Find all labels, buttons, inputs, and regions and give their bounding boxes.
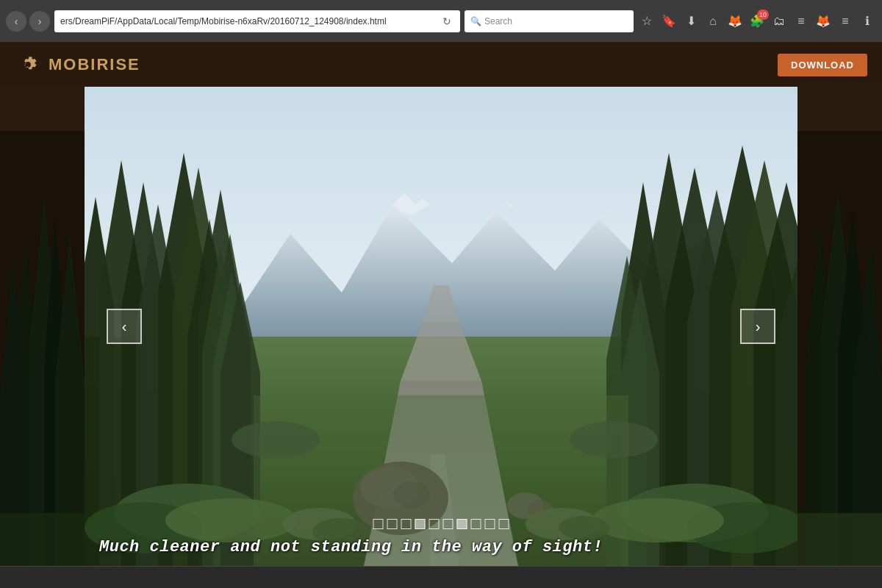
extensions-button[interactable]: 🗂: [770, 12, 788, 30]
info-icon[interactable]: ℹ: [858, 12, 876, 30]
download-button[interactable]: DOWNLOAD: [778, 54, 867, 76]
slider-area: ‹ › Much cleaner and not standing in the…: [85, 87, 797, 566]
sidebar-toggle[interactable]: 🦊: [814, 12, 832, 30]
taskbar: [0, 566, 882, 588]
svg-point-55: [559, 516, 610, 539]
app-header: MOBIRISE DOWNLOAD: [0, 43, 882, 87]
carousel-prev-button[interactable]: ‹: [107, 309, 142, 344]
download-button[interactable]: ⬇: [682, 12, 700, 30]
app-logo: MOBIRISE: [15, 51, 140, 78]
address-bar[interactable]: ers/DreamPiF/AppData/Local/Temp/Mobirise…: [60, 16, 435, 26]
right-panel: [797, 87, 882, 566]
svg-rect-64: [797, 513, 882, 566]
indicator-4[interactable]: [415, 519, 426, 529]
notification-badge: 10: [757, 10, 769, 20]
carousel-next-button[interactable]: ›: [740, 309, 775, 344]
right-side-trees: [797, 87, 882, 566]
indicator-9[interactable]: [485, 519, 495, 529]
address-bar-container[interactable]: ers/DreamPiF/AppData/Local/Temp/Mobirise…: [54, 10, 460, 32]
browser-nav-controls: ‹ ›: [6, 11, 50, 32]
indicator-10[interactable]: [499, 519, 509, 529]
next-arrow-icon: ›: [756, 318, 761, 335]
indicator-3[interactable]: [401, 519, 412, 529]
firefox-icon: 🦊: [726, 12, 744, 30]
indicator-6[interactable]: [443, 519, 453, 529]
home-button[interactable]: ⌂: [704, 12, 722, 30]
svg-rect-6: [0, 513, 85, 566]
indicator-2[interactable]: [387, 519, 398, 529]
search-bar-placeholder: Search: [484, 16, 512, 26]
svg-point-56: [232, 421, 320, 458]
back-button[interactable]: ‹: [6, 11, 26, 32]
svg-rect-7: [0, 87, 85, 131]
left-side-trees: [0, 87, 85, 566]
browser-chrome: ‹ › ers/DreamPiF/AppData/Local/Temp/Mobi…: [0, 0, 882, 43]
search-icon: 🔍: [470, 16, 481, 26]
caption-text: Much cleaner and not standing in the way…: [99, 538, 603, 556]
gear-icon: [15, 51, 41, 78]
forward-button[interactable]: ›: [29, 11, 50, 32]
extra-menu[interactable]: ≡: [836, 12, 854, 30]
slide-caption: Much cleaner and not standing in the way…: [85, 538, 797, 560]
slide-indicators: [373, 519, 509, 529]
svg-rect-63: [797, 87, 882, 131]
notifications-button[interactable]: 🧩 10: [748, 12, 766, 30]
svg-point-57: [570, 421, 658, 458]
app-title: MOBIRISE: [49, 55, 140, 74]
prev-arrow-icon: ‹: [122, 318, 127, 335]
reload-button[interactable]: ↻: [440, 15, 454, 27]
indicator-8[interactable]: [471, 519, 481, 529]
indicator-5[interactable]: [429, 519, 440, 529]
browser-toolbar-right: ☆ 🔖 ⬇ ⌂ 🦊 🧩 10 🗂 ≡ 🦊 ≡ ℹ: [638, 12, 876, 30]
menu-button[interactable]: ≡: [792, 12, 810, 30]
indicator-7[interactable]: [457, 519, 467, 529]
search-bar-container[interactable]: 🔍 Search: [465, 10, 634, 32]
bookmark-button[interactable]: 🔖: [660, 12, 678, 30]
content-area: ‹ › Much cleaner and not standing in the…: [0, 87, 882, 566]
left-panel-image: [0, 87, 85, 566]
slide-image: [85, 87, 797, 566]
indicator-1[interactable]: [373, 519, 384, 529]
star-button[interactable]: ☆: [638, 12, 656, 30]
left-panel: [0, 87, 85, 566]
